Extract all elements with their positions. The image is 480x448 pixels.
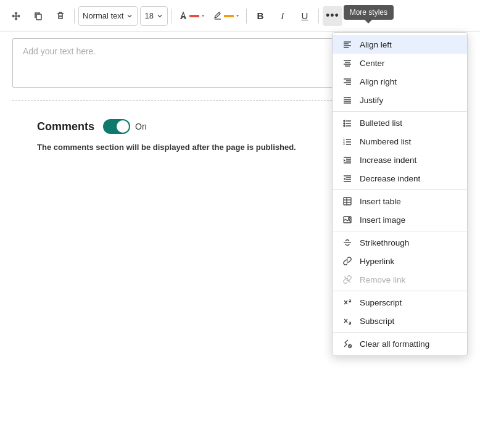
- menu-label-remove-link: Remove link: [360, 275, 405, 284]
- svg-text:3.: 3.: [343, 142, 346, 146]
- menu-item-superscript[interactable]: Superscript: [333, 293, 467, 312]
- menu-item-insert-image[interactable]: Insert image: [333, 210, 467, 229]
- menu-label-align-left: Align left: [360, 40, 392, 49]
- numbered-list-icon: 1. 2. 3.: [341, 136, 354, 146]
- menu-item-increase-indent[interactable]: Increase indent: [333, 151, 467, 169]
- svg-point-25: [344, 125, 345, 127]
- move-button[interactable]: [6, 6, 26, 26]
- divider-3: [246, 9, 247, 23]
- menu-item-justify[interactable]: Justify: [333, 91, 467, 109]
- menu-label-clear-formatting: Clear all formatting: [360, 339, 429, 349]
- svg-point-23: [344, 123, 345, 124]
- toggle-label: On: [135, 122, 147, 131]
- svg-point-46: [349, 218, 350, 220]
- menu-divider-4: [333, 291, 467, 291]
- text-color-button[interactable]: [176, 6, 208, 26]
- underline-label: U: [302, 10, 308, 21]
- menu-label-subscript: Subscript: [360, 317, 394, 326]
- menu-label-insert-table: Insert table: [360, 197, 401, 206]
- dropdown-menu: Align left Center: [332, 32, 468, 356]
- bold-button[interactable]: B: [250, 6, 270, 26]
- strikethrough-icon: [341, 238, 354, 247]
- menu-item-clear-formatting[interactable]: Clear all formatting: [333, 334, 467, 353]
- menu-label-decrease-indent: Decrease indent: [360, 174, 420, 183]
- italic-button[interactable]: I: [273, 6, 292, 26]
- align-left-icon: [341, 39, 354, 49]
- menu-item-align-left[interactable]: Align left: [333, 35, 467, 54]
- menu-item-subscript[interactable]: Subscript: [333, 312, 467, 330]
- menu-label-center: Center: [360, 59, 385, 68]
- insert-table-icon: [341, 196, 354, 206]
- style-dropdown-label: Normal text: [83, 11, 123, 20]
- underline-button[interactable]: U: [295, 6, 315, 26]
- menu-item-insert-table[interactable]: Insert table: [333, 192, 467, 210]
- menu-label-hyperlink: Hyperlink: [360, 257, 394, 266]
- comments-toggle[interactable]: [103, 119, 130, 134]
- menu-divider-1: [333, 111, 467, 112]
- svg-line-50: [349, 346, 351, 347]
- menu-divider-5: [333, 332, 467, 333]
- delete-button[interactable]: [51, 6, 70, 26]
- menu-divider-2: [333, 189, 467, 190]
- menu-item-bulleted-list[interactable]: Bulleted list: [333, 114, 467, 132]
- menu-label-justify: Justify: [360, 96, 383, 105]
- menu-label-insert-image: Insert image: [360, 215, 405, 225]
- svg-rect-41: [344, 197, 351, 205]
- svg-rect-0: [36, 14, 41, 20]
- menu-label-align-right: Align right: [360, 77, 397, 86]
- toggle-container: On: [103, 119, 147, 134]
- menu-item-align-right[interactable]: Align right: [333, 72, 467, 91]
- copy-button[interactable]: [28, 6, 48, 26]
- insert-image-icon: [341, 215, 354, 225]
- menu-item-center[interactable]: Center: [333, 54, 467, 72]
- divider-1: [74, 9, 75, 23]
- style-dropdown[interactable]: Normal text: [78, 6, 138, 26]
- comments-label: Comments: [37, 120, 94, 133]
- tooltip-text: More styles: [350, 8, 387, 17]
- center-icon: [341, 58, 354, 68]
- toolbar: Normal text 18: [0, 0, 480, 32]
- menu-label-numbered-list: Numbered list: [360, 137, 411, 146]
- align-right-icon: [341, 77, 354, 86]
- svg-point-21: [344, 120, 345, 122]
- menu-label-bulleted-list: Bulleted list: [360, 118, 402, 128]
- decrease-indent-icon: [341, 173, 354, 183]
- increase-indent-icon: [341, 155, 354, 165]
- clear-formatting-icon: [341, 339, 354, 349]
- more-label: •••: [326, 9, 339, 22]
- editor-placeholder: Add your text here.: [23, 46, 96, 56]
- menu-divider-3: [333, 231, 467, 231]
- justify-icon: [341, 95, 354, 105]
- remove-link-icon: [341, 275, 354, 284]
- menu-item-decrease-indent[interactable]: Decrease indent: [333, 169, 467, 188]
- font-size-label: 18: [144, 11, 153, 20]
- bold-label: B: [257, 10, 264, 21]
- more-options-button[interactable]: •••: [323, 6, 342, 26]
- menu-item-numbered-list[interactable]: 1. 2. 3. Numbered list: [333, 132, 467, 151]
- menu-label-strikethrough: Strikethrough: [360, 238, 409, 247]
- menu-label-increase-indent: Increase indent: [360, 156, 416, 165]
- menu-item-hyperlink[interactable]: Hyperlink: [333, 252, 467, 270]
- divider-2: [172, 9, 172, 23]
- main-area: More styles Normal text: [0, 0, 480, 448]
- more-styles-tooltip: More styles: [344, 5, 394, 20]
- subscript-icon: [341, 316, 354, 326]
- bulleted-list-icon: [341, 118, 354, 128]
- hyperlink-icon: [341, 256, 354, 266]
- superscript-icon: [341, 297, 354, 307]
- menu-item-remove-link: Remove link: [333, 270, 467, 289]
- font-size-dropdown[interactable]: 18: [140, 6, 167, 26]
- italic-label: I: [281, 10, 284, 21]
- menu-item-strikethrough[interactable]: Strikethrough: [333, 233, 467, 252]
- menu-label-superscript: Superscript: [360, 298, 402, 307]
- highlight-color-button[interactable]: [210, 6, 242, 26]
- divider-4: [318, 9, 319, 23]
